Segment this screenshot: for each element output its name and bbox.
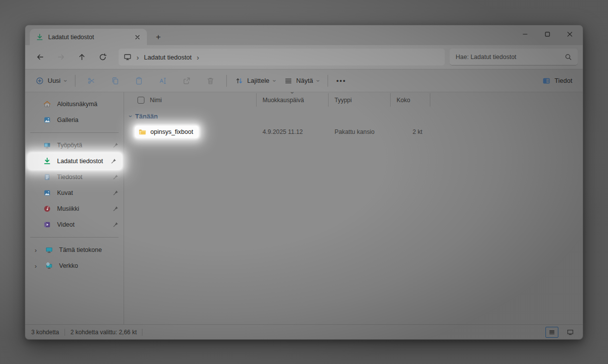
refresh-icon — [99, 53, 107, 61]
chevron-down-icon: › — [63, 80, 68, 82]
tab-title: Ladatut tiedostot — [48, 34, 128, 41]
search-input[interactable]: Hae: Ladatut tiedostot — [450, 49, 578, 65]
file-row[interactable]: opinsys_fixboot 4.9.2025 11.12 Pakattu k… — [124, 124, 583, 139]
download-icon — [43, 157, 51, 165]
paste-button[interactable] — [129, 72, 149, 89]
details-pane-button[interactable]: Tiedot — [538, 72, 577, 89]
refresh-button[interactable] — [93, 48, 113, 66]
documents-icon — [43, 173, 51, 181]
group-label: Tänään — [135, 113, 158, 120]
column-label: Tyyppi — [335, 97, 352, 104]
chevron-down-icon: › — [315, 80, 321, 82]
more-options-button[interactable]: ••• — [332, 72, 351, 89]
new-button[interactable]: Uusi › — [31, 72, 71, 89]
breadcrumb-item[interactable]: Ladatut tiedostot — [144, 54, 192, 61]
sidebar-item-home[interactable]: Aloitusnäkymä — [25, 96, 124, 112]
close-window-button[interactable] — [558, 25, 581, 43]
sort-button-label: Lajittele — [247, 77, 270, 84]
item-count: 3 kohdetta — [31, 329, 59, 336]
column-header-modified[interactable]: › Muokkauspäivä — [257, 93, 329, 107]
search-placeholder: Hae: Ladatut tiedostot — [456, 54, 561, 61]
sort-button[interactable]: Lajittele › — [231, 72, 280, 89]
expand-chevron-icon[interactable]: › — [32, 247, 39, 253]
view-button[interactable]: Näytä › — [280, 72, 324, 89]
file-item-opinsys-fixboot[interactable]: opinsys_fixboot — [135, 126, 199, 138]
tab-close-button[interactable] — [132, 32, 143, 43]
desktop-icon — [43, 141, 51, 149]
forward-button[interactable] — [51, 48, 71, 66]
sidebar-item-label: Tiedostot — [57, 174, 107, 181]
large-icons-view-toggle[interactable] — [564, 327, 577, 338]
sidebar-divider — [30, 237, 119, 238]
details-view-toggle[interactable] — [545, 327, 558, 338]
select-all-checkbox[interactable] — [137, 97, 144, 104]
column-header-type[interactable]: Tyyppi — [329, 93, 391, 107]
back-button[interactable] — [30, 48, 50, 66]
toolbar-divider — [226, 75, 227, 87]
cut-button[interactable] — [81, 72, 101, 89]
maximize-button[interactable] — [536, 25, 558, 43]
sidebar-item-videos[interactable]: Videot — [25, 217, 124, 233]
tab-downloads[interactable]: Ladatut tiedostot — [30, 29, 147, 45]
sidebar-item-label: Ladatut tiedostot — [57, 158, 105, 165]
status-bar: 3 kohdetta 2 kohdetta valittu: 2,66 kt — [25, 324, 583, 339]
sidebar-item-label: Tämä tietokone — [59, 246, 119, 253]
view-button-label: Näytä — [296, 77, 313, 84]
new-tab-button[interactable]: + — [152, 31, 165, 44]
pin-icon — [113, 142, 119, 148]
navigation-pane: Aloitusnäkymä Galleria Työpöytä — [25, 92, 124, 324]
sidebar-item-label: Musiikki — [57, 205, 107, 212]
sidebar-item-downloads[interactable]: Ladatut tiedostot — [28, 153, 122, 169]
music-icon — [43, 205, 51, 213]
file-type: Pakattu kansio — [329, 128, 391, 135]
up-button[interactable] — [72, 48, 92, 66]
breadcrumb-chevron-icon[interactable]: › — [136, 54, 139, 61]
arrow-up-icon — [78, 53, 86, 61]
column-header-size[interactable]: Koko — [391, 93, 430, 107]
pin-icon — [113, 206, 119, 212]
computer-icon — [45, 246, 53, 254]
copy-button[interactable] — [105, 72, 125, 89]
arrow-left-icon — [36, 53, 44, 61]
home-icon — [43, 100, 51, 108]
file-name: opinsys_fixboot — [150, 128, 193, 135]
sort-icon — [235, 77, 243, 85]
sidebar-item-label: Videot — [57, 221, 107, 228]
file-name-cell: opinsys_fixboot — [124, 126, 257, 138]
zipped-folder-icon — [138, 128, 146, 136]
view-lines-icon — [284, 77, 292, 85]
sidebar-item-gallery[interactable]: Galleria — [25, 112, 124, 128]
sidebar-item-pictures[interactable]: Kuvat — [25, 185, 124, 201]
pin-icon — [113, 222, 119, 228]
monitor-icon — [124, 53, 132, 61]
sidebar-item-network[interactable]: › Verkko — [25, 258, 124, 274]
navigation-bar: › Ladatut tiedostot › Hae: Ladatut tiedo… — [25, 45, 583, 69]
tab-bar: Ladatut tiedostot + — [25, 25, 583, 45]
sidebar-item-label: Galleria — [57, 117, 119, 123]
status-divider — [142, 329, 142, 336]
sort-direction-icon: › — [289, 92, 295, 94]
minimize-button[interactable] — [514, 25, 536, 43]
details-pane-icon — [542, 77, 550, 85]
sidebar-item-documents[interactable]: Tiedostot — [25, 169, 124, 185]
sidebar-item-this-pc[interactable]: › Tämä tietokone — [25, 242, 124, 258]
group-header-today[interactable]: › Tänään — [124, 109, 583, 123]
toolbar-divider — [75, 75, 75, 87]
expand-chevron-icon[interactable]: › — [32, 263, 39, 269]
window-controls — [514, 25, 581, 43]
address-bar[interactable]: › Ladatut tiedostot › — [119, 49, 445, 65]
selection-summary: 2 kohdetta valittu: 2,66 kt — [70, 329, 136, 336]
file-explorer-window: Ladatut tiedostot + — [25, 25, 583, 340]
sidebar-item-desktop[interactable]: Työpöytä — [25, 137, 124, 153]
file-size: 2 kt — [391, 128, 430, 135]
sidebar-item-music[interactable]: Musiikki — [25, 201, 124, 217]
share-button[interactable] — [177, 72, 197, 89]
plus-icon: + — [156, 32, 161, 42]
column-header-name[interactable]: Nimi — [124, 93, 257, 107]
search-icon — [565, 54, 572, 61]
rename-button[interactable] — [153, 72, 173, 89]
delete-button[interactable] — [201, 72, 220, 89]
group-chevron-icon[interactable]: › — [128, 115, 134, 117]
main-area: Aloitusnäkymä Galleria Työpöytä — [25, 92, 583, 324]
breadcrumb-chevron-icon[interactable]: › — [197, 54, 199, 61]
